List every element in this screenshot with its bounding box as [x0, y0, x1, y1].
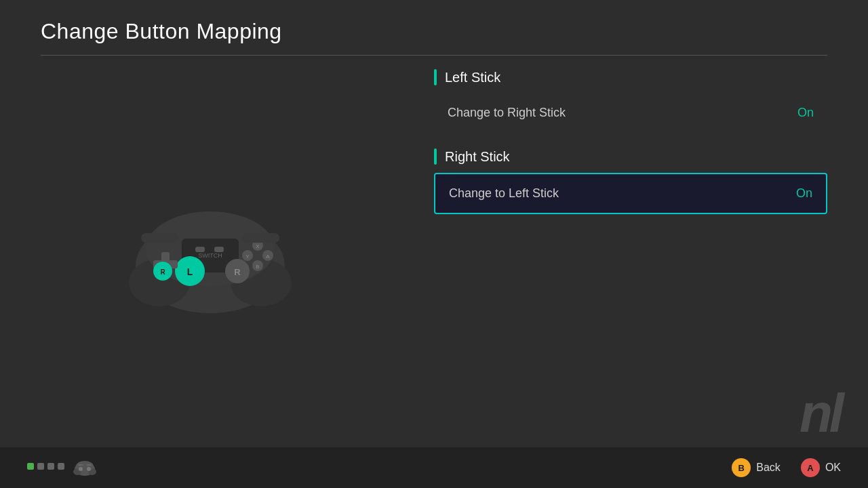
dot-4 — [58, 463, 64, 470]
section-right-stick-header: Right Stick — [434, 148, 827, 165]
settings-area: Left Stick Change to Right Stick On Righ… — [420, 56, 868, 435]
option-change-left-stick-label: Change to Left Stick — [449, 186, 559, 201]
svg-rect-25 — [214, 247, 224, 252]
option-change-left-stick-value: On — [796, 186, 812, 201]
svg-text:R: R — [160, 268, 165, 276]
svg-rect-33 — [86, 464, 92, 466]
back-button[interactable]: B Back — [732, 458, 781, 477]
svg-point-30 — [79, 467, 83, 471]
section-right-stick-title: Right Stick — [445, 149, 510, 165]
footer-left — [27, 455, 97, 480]
option-change-right-stick-label: Change to Right Stick — [448, 106, 566, 120]
svg-text:A: A — [266, 253, 270, 260]
dot-3 — [47, 463, 54, 470]
svg-text:X: X — [256, 243, 260, 249]
a-button-icon: A — [801, 458, 820, 477]
svg-point-29 — [76, 461, 94, 472]
section-left-stick: Left Stick Change to Right Stick On — [434, 69, 827, 132]
dot-2 — [37, 463, 44, 470]
section-left-stick-title: Left Stick — [445, 70, 500, 85]
section-left-stick-header: Left Stick — [434, 69, 827, 85]
main-content: SWITCH L R X A B Y R — [0, 56, 868, 435]
indicator-dots — [27, 463, 64, 472]
dot-1 — [27, 463, 34, 470]
option-change-to-right-stick[interactable]: Change to Right Stick On — [434, 94, 827, 132]
back-label: Back — [756, 462, 781, 474]
svg-rect-21 — [242, 233, 279, 243]
footer-right: B Back A OK — [732, 458, 841, 477]
section-right-stick: Right Stick Change to Left Stick On — [434, 148, 827, 214]
svg-rect-20 — [141, 233, 178, 243]
svg-point-31 — [87, 467, 91, 471]
controller-area: SWITCH L R X A B Y R — [0, 56, 420, 435]
svg-text:Y: Y — [245, 253, 250, 260]
option-change-to-left-stick[interactable]: Change to Left Stick On — [434, 173, 827, 214]
page-header: Change Button Mapping — [0, 0, 868, 55]
b-button-icon: B — [732, 458, 751, 477]
footer: B Back A OK — [0, 447, 868, 488]
ok-label: OK — [825, 462, 841, 474]
footer-controller-icon — [73, 455, 97, 480]
svg-text:R: R — [234, 267, 241, 277]
option-change-right-stick-value: On — [797, 106, 814, 120]
svg-rect-24 — [195, 247, 205, 252]
controller-illustration: SWITCH L R X A B Y R — [122, 171, 298, 320]
svg-rect-32 — [78, 464, 83, 466]
ok-button[interactable]: A OK — [801, 458, 841, 477]
section-bar — [434, 69, 437, 85]
svg-text:L: L — [187, 266, 193, 277]
section-bar-right — [434, 148, 437, 165]
page-title: Change Button Mapping — [41, 19, 827, 44]
svg-text:SWITCH: SWITCH — [198, 252, 222, 259]
svg-text:B: B — [256, 264, 259, 270]
